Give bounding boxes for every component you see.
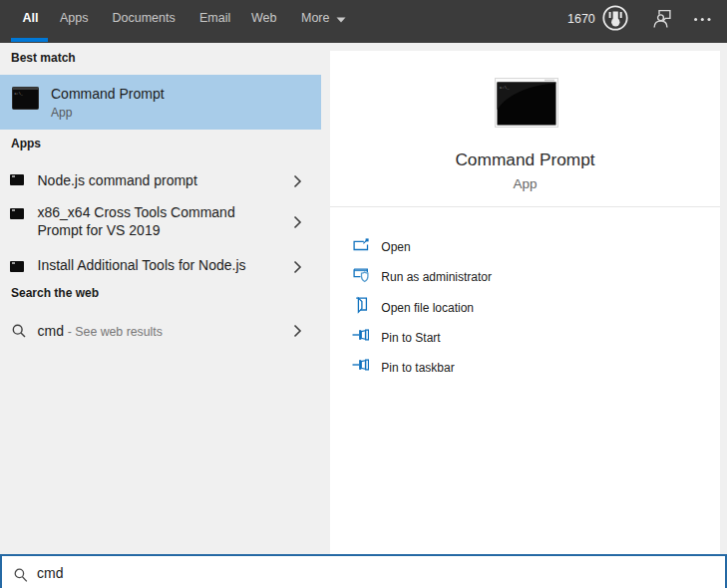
svg-text:C:\_: C:\_ bbox=[14, 92, 23, 96]
svg-text:C:\_: C:\_ bbox=[500, 86, 510, 90]
